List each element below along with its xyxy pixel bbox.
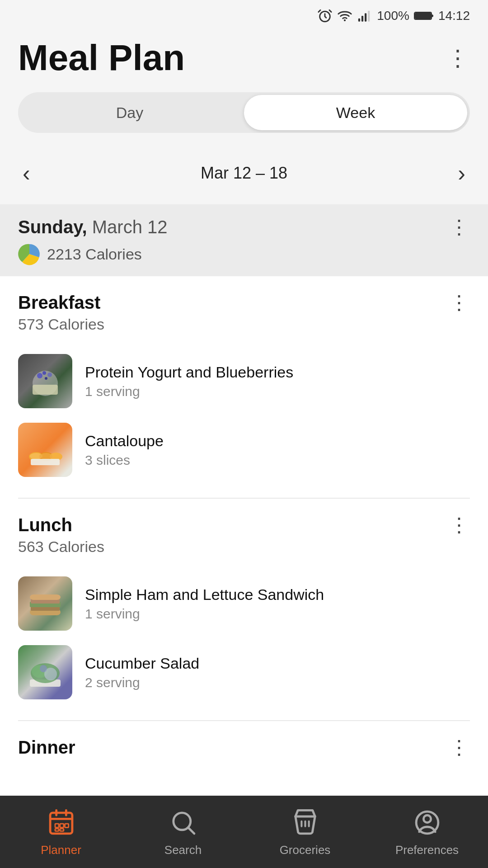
nav-item-planner[interactable]: Planner	[0, 807, 122, 857]
breakfast-calories: 573 Calories	[18, 316, 104, 333]
svg-point-30	[40, 665, 47, 672]
svg-rect-14	[33, 385, 58, 395]
breakfast-items: Protein Yogurt and Blueberries 1 serving…	[18, 347, 470, 498]
list-item: Simple Ham and Lettuce Sandwich 1 servin…	[18, 569, 470, 638]
search-icon	[167, 807, 199, 839]
sandwich-name: Simple Ham and Lettuce Sandwich	[85, 586, 324, 604]
yogurt-serving: 1 serving	[85, 384, 293, 399]
svg-rect-36	[60, 829, 63, 831]
time: 14:12	[438, 9, 470, 23]
svg-rect-34	[65, 824, 68, 827]
nav-item-search[interactable]: Search	[122, 807, 244, 857]
svg-point-10	[37, 373, 42, 378]
view-toggle: Day Week	[0, 92, 488, 146]
day-section: Sunday, March 12 2213 Calories ⋮	[0, 204, 488, 276]
status-bar: 100% 14:12	[0, 0, 488, 28]
lunch-info: Lunch 563 Calories	[18, 515, 104, 556]
cantaloupe-serving: 3 slices	[85, 453, 164, 468]
lunch-items: Simple Ham and Lettuce Sandwich 1 servin…	[18, 569, 470, 720]
dinner-title: Dinner	[18, 737, 75, 758]
breakfast-header: Breakfast 573 Calories ⋮	[18, 292, 470, 333]
svg-rect-25	[30, 594, 61, 600]
status-icons: 100% 14:12	[317, 8, 470, 24]
calories-pie-icon	[18, 243, 41, 265]
day-toggle-button[interactable]: Day	[18, 92, 241, 133]
lunch-more-options-button[interactable]: ⋮	[449, 515, 470, 535]
day-title: Sunday, March 12	[18, 217, 168, 237]
preferences-label: Preferences	[395, 843, 459, 857]
week-toggle-button[interactable]: Week	[244, 95, 467, 130]
svg-point-19	[40, 453, 52, 459]
nav-item-groceries[interactable]: Groceries	[244, 807, 366, 857]
wifi-icon	[337, 8, 352, 24]
svg-point-1	[344, 19, 346, 21]
svg-rect-35	[55, 829, 58, 831]
day-name: Sunday,	[18, 217, 87, 237]
nav-item-preferences[interactable]: Preferences	[366, 807, 488, 857]
bottom-navigation: Planner Search Groceries	[0, 796, 488, 868]
groceries-label: Groceries	[280, 843, 331, 857]
planner-label: Planner	[41, 843, 81, 857]
alarm-icon	[317, 8, 333, 24]
sandwich-info: Simple Ham and Lettuce Sandwich 1 servin…	[85, 586, 324, 622]
preferences-icon	[411, 807, 443, 839]
lunch-calories: 563 Calories	[18, 538, 104, 556]
svg-rect-4	[365, 13, 366, 21]
more-options-button[interactable]: ⋮	[446, 47, 470, 69]
week-navigator: ‹ Mar 12 – 18 ›	[0, 146, 488, 204]
breakfast-more-options-button[interactable]: ⋮	[449, 292, 470, 312]
groceries-icon	[289, 807, 321, 839]
search-label: Search	[164, 843, 202, 857]
svg-rect-2	[358, 19, 360, 22]
svg-point-11	[42, 371, 46, 375]
svg-rect-32	[55, 824, 58, 827]
day-calories: 2213 Calories	[18, 243, 168, 265]
breakfast-title: Breakfast	[18, 292, 104, 313]
yogurt-info: Protein Yogurt and Blueberries 1 serving	[85, 363, 293, 399]
next-week-button[interactable]: ›	[453, 156, 470, 191]
lunch-header: Lunch 563 Calories ⋮	[18, 515, 470, 556]
week-range-label: Mar 12 – 18	[201, 164, 287, 183]
meals-content: Breakfast 573 Calories ⋮ Protein Yogurt …	[0, 276, 488, 848]
svg-rect-33	[60, 824, 63, 827]
list-item: Cucumber Salad 2 serving	[18, 638, 470, 707]
svg-rect-3	[361, 16, 363, 22]
dinner-more-options-button[interactable]: ⋮	[449, 737, 470, 757]
sandwich-thumbnail	[18, 576, 72, 631]
svg-point-39	[423, 815, 431, 822]
list-item: Cantaloupe 3 slices	[18, 415, 470, 484]
list-item: Protein Yogurt and Blueberries 1 serving	[18, 347, 470, 415]
battery-icon	[414, 10, 434, 21]
salad-thumbnail	[18, 645, 72, 699]
breakfast-section: Breakfast 573 Calories ⋮ Protein Yogurt …	[0, 276, 488, 498]
header: Meal Plan ⋮	[0, 28, 488, 92]
day-calories-text: 2213 Calories	[47, 245, 142, 263]
dinner-section: Dinner ⋮	[0, 721, 488, 758]
svg-point-13	[45, 377, 47, 380]
day-week-toggle: Day Week	[18, 92, 470, 133]
yogurt-thumbnail	[18, 354, 72, 408]
cantaloupe-name: Cantaloupe	[85, 432, 164, 450]
lunch-section: Lunch 563 Calories ⋮ Simple Ham and Lett…	[0, 499, 488, 720]
lunch-title: Lunch	[18, 515, 104, 535]
breakfast-info: Breakfast 573 Calories	[18, 292, 104, 333]
day-date: March 12	[92, 217, 168, 237]
salad-name: Cucumber Salad	[85, 655, 199, 672]
cantaloupe-thumbnail	[18, 423, 72, 477]
prev-week-button[interactable]: ‹	[18, 156, 35, 191]
cantaloupe-info: Cantaloupe 3 slices	[85, 432, 164, 468]
page-title: Meal Plan	[18, 37, 185, 79]
salad-info: Cucumber Salad 2 serving	[85, 655, 199, 690]
svg-point-12	[47, 373, 52, 377]
battery-percent: 100%	[377, 9, 409, 23]
svg-rect-20	[31, 459, 60, 465]
yogurt-name: Protein Yogurt and Blueberries	[85, 363, 293, 381]
day-more-options-button[interactable]: ⋮	[449, 217, 470, 237]
salad-serving: 2 serving	[85, 675, 199, 690]
signal-icon	[357, 8, 372, 24]
svg-rect-5	[368, 11, 370, 22]
day-info: Sunday, March 12 2213 Calories	[18, 217, 168, 265]
sandwich-serving: 1 serving	[85, 606, 324, 622]
svg-rect-7	[415, 13, 431, 19]
planner-icon	[45, 807, 77, 839]
